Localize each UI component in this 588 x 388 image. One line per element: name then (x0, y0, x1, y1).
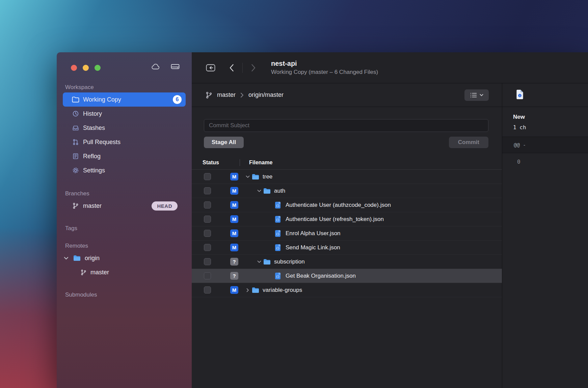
stage-checkbox[interactable] (204, 258, 211, 265)
minimize-button[interactable] (83, 65, 89, 71)
status-badge: M (230, 173, 238, 181)
file-name: Enrol Alpha User.json (286, 230, 341, 237)
file-json-icon: {} (275, 230, 282, 237)
sidebar-item-label: Settings (83, 167, 105, 174)
sidebar-item-reflog[interactable]: Reflog (63, 149, 186, 163)
sidebar-item-remote-origin[interactable]: origin (63, 251, 186, 265)
sidebar-item-label: Pull Requests (83, 139, 121, 146)
table-row-selected[interactable]: ? {} Get Beak Organisation.json (192, 269, 502, 283)
hunk-header: @@ - (502, 137, 588, 153)
stage-checkbox[interactable] (204, 201, 211, 209)
stage-checkbox[interactable] (204, 187, 211, 194)
back-button[interactable] (224, 60, 239, 75)
section-title: Tags (65, 225, 192, 232)
remotes-section: Remotes origin (57, 243, 192, 279)
folder-icon (252, 174, 259, 180)
diff-file-info: New 1 ch (502, 107, 588, 137)
file-name: Send Magic Link.json (286, 244, 340, 251)
table-row[interactable]: ? subscription (192, 255, 502, 269)
stash-icon (72, 124, 80, 131)
sidebar-item-history[interactable]: History (63, 107, 186, 121)
status-badge: M (230, 286, 238, 294)
chevron-down-icon[interactable] (255, 260, 263, 263)
file-json-icon: {} (275, 216, 282, 223)
stage-checkbox[interactable] (204, 216, 211, 223)
working-copy-pane: master origin/master (192, 83, 502, 388)
stage-checkbox[interactable] (204, 173, 211, 180)
view-options-button[interactable] (464, 89, 489, 101)
commit-subject-input[interactable] (204, 119, 488, 132)
sidebar-item-settings[interactable]: Settings (63, 163, 186, 177)
chevron-right-icon[interactable] (244, 288, 252, 292)
sidebar-item-branch-master[interactable]: master HEAD (63, 199, 186, 213)
stage-checkbox[interactable] (204, 272, 211, 279)
table-row[interactable]: M {} Enrol Alpha User.json (192, 226, 502, 241)
pull-request-icon (72, 139, 80, 145)
sidebar-item-stashes[interactable]: Stashes (63, 121, 186, 135)
folder-icon (252, 287, 259, 293)
chevron-down-icon[interactable] (255, 190, 263, 192)
table-row[interactable]: M variable-groups (192, 283, 502, 297)
remote-branch-name: master (90, 269, 109, 276)
sidebar-item-label: History (83, 110, 102, 117)
upstream-branch[interactable]: origin/master (248, 91, 284, 99)
drive-icon[interactable] (171, 63, 180, 70)
diff-preview-panel: i New 1 ch @@ - 0 (502, 83, 588, 388)
branches-section: Branches master HEAD (57, 190, 192, 213)
clock-icon (72, 110, 80, 117)
section-title: Submodules (65, 292, 192, 298)
reflog-icon (72, 153, 80, 160)
file-name: subscription (274, 258, 305, 265)
branch-icon (72, 202, 80, 209)
table-row[interactable]: M tree (192, 170, 502, 184)
current-branch[interactable]: master (217, 91, 236, 99)
folder-icon (73, 255, 81, 261)
workspace-section: Workspace Working Copy 6 (57, 84, 192, 177)
sidebar-item-pull-requests[interactable]: Pull Requests (63, 135, 186, 149)
remote-name: origin (85, 255, 100, 262)
table-row[interactable]: M auth (192, 184, 502, 198)
section-title: Branches (65, 190, 192, 197)
file-json-icon: {} (275, 201, 282, 209)
sidebar-item-label: Stashes (83, 124, 105, 132)
table-row[interactable]: M {} Authenticate User (refresh_token).j… (192, 212, 502, 226)
stage-checkbox[interactable] (204, 244, 211, 251)
traffic-lights (71, 65, 101, 71)
folder-icon (263, 188, 271, 194)
sidebar-item-remote-branch-master[interactable]: master (63, 265, 186, 279)
stage-all-button[interactable]: Stage All (204, 137, 244, 148)
file-name: Get Beak Organisation.json (286, 273, 356, 279)
status-badge: M (230, 201, 238, 209)
diff-line-number: 0 (502, 153, 588, 165)
sidebar-toggle-icon[interactable] (203, 60, 218, 75)
file-json-icon: {} (275, 244, 282, 251)
status-badge: ? (230, 258, 238, 266)
app-window: Workspace Working Copy 6 (57, 52, 588, 388)
table-row[interactable]: M {} Authenticate User (authzcode_code).… (192, 198, 502, 212)
sidebar-item-label: Reflog (83, 153, 101, 160)
repo-subtitle: Working Copy (master – 6 Changed Files) (271, 69, 378, 76)
sidebar-item-label: Working Copy (83, 96, 121, 103)
file-name: Authenticate User (authzcode_code).json (286, 202, 391, 209)
close-button[interactable] (71, 65, 77, 71)
sidebar-item-working-copy[interactable]: Working Copy 6 (63, 92, 186, 107)
chevron-down-icon[interactable] (244, 175, 252, 178)
chevron-down-icon[interactable] (64, 257, 69, 260)
svg-text:{}: {} (276, 218, 280, 221)
filename-column-header: Filename (240, 160, 272, 166)
repo-title: nest-api (271, 60, 378, 67)
forward-button[interactable] (246, 60, 261, 75)
chevron-down-icon (480, 94, 483, 96)
cloud-icon[interactable] (151, 63, 161, 70)
zoom-button[interactable] (95, 65, 101, 71)
section-title: Remotes (65, 243, 192, 249)
status-column-header: Status (192, 160, 240, 166)
commit-button[interactable]: Commit (449, 137, 488, 148)
file-document-icon: i (516, 89, 524, 101)
status-badge: M (230, 244, 238, 251)
stage-checkbox[interactable] (204, 286, 211, 294)
status-badge: M (230, 187, 238, 195)
table-row[interactable]: M {} Send Magic Link.json (192, 241, 502, 255)
stage-checkbox[interactable] (204, 230, 211, 237)
sidebar: Workspace Working Copy 6 (57, 52, 192, 388)
